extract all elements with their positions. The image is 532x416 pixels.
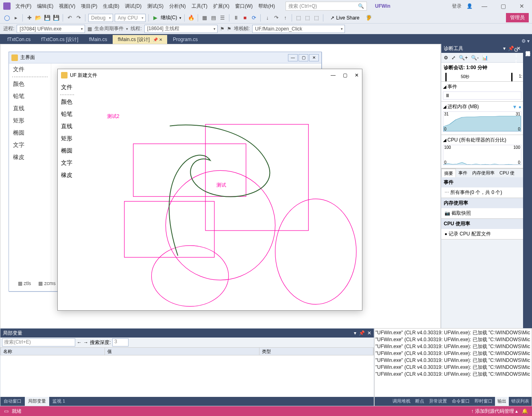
login-link[interactable]: 登录: [452, 3, 462, 10]
mdi-close-button[interactable]: ✕: [309, 54, 319, 61]
source-control-link[interactable]: ↑ 添加到源代码管理 ▴: [471, 408, 518, 415]
diag-timeline[interactable]: 50秒 1:: [441, 73, 523, 82]
bottom-tab[interactable]: 局部变量: [25, 397, 49, 406]
new-icon[interactable]: ✚: [26, 14, 33, 22]
forward-icon[interactable]: ▸: [12, 14, 20, 22]
step-out-icon[interactable]: ↑: [281, 14, 289, 22]
process-combo[interactable]: [37084] UFWin.exe: [17, 25, 85, 33]
maximize-button[interactable]: ▢: [496, 3, 510, 9]
tool-item[interactable]: 铅笔: [9, 90, 51, 102]
tool-item[interactable]: 颜色: [9, 78, 51, 90]
continue-label[interactable]: 继续(C): [161, 14, 177, 21]
redo-icon[interactable]: ↷: [75, 14, 82, 22]
output-tab[interactable]: 即时窗口: [472, 397, 495, 406]
locals-pin-icon[interactable]: 📌: [359, 330, 365, 336]
menu-item[interactable]: 调试(D): [122, 1, 144, 11]
mdi-min-button[interactable]: —: [288, 54, 298, 61]
grid-icon[interactable]: ▤: [210, 14, 217, 22]
save-all-icon[interactable]: 💾: [52, 14, 60, 22]
undo-icon[interactable]: ↶: [66, 14, 73, 22]
search-box[interactable]: 搜索 (Ctrl+Q) 🔍: [286, 2, 367, 11]
col-name[interactable]: 名称: [1, 348, 105, 355]
search-next-icon[interactable]: →: [83, 340, 88, 345]
gear-icon[interactable]: ⚙: [444, 55, 448, 61]
align-right-icon[interactable]: ⬚: [313, 14, 320, 22]
menu-item[interactable]: 编辑(E): [35, 1, 56, 11]
zoom-in-icon[interactable]: 🔍+: [459, 55, 468, 61]
output-tab[interactable]: 断点: [413, 397, 427, 406]
col-type[interactable]: 类型: [259, 348, 373, 355]
menu-item[interactable]: 视图(V): [57, 1, 78, 11]
zoom-out-icon[interactable]: 🔍-: [471, 55, 479, 61]
zcms-component[interactable]: ▦ zcms: [38, 281, 55, 286]
tool-item[interactable]: 直线: [58, 120, 76, 133]
open-icon[interactable]: 📂: [35, 14, 42, 22]
tool-item[interactable]: 椭圆: [9, 127, 51, 139]
document-tab[interactable]: fMain.cs [设计]📌 ✕: [113, 35, 167, 44]
tool-item[interactable]: 直线: [9, 102, 51, 115]
stop-icon[interactable]: ■: [241, 14, 249, 22]
mdi-max-button[interactable]: ▢: [299, 54, 308, 61]
notifications-icon[interactable]: 🔔: [522, 408, 528, 414]
popup-min-button[interactable]: —: [331, 72, 336, 78]
ztls-component[interactable]: ▦ ztls: [18, 281, 31, 286]
close-button[interactable]: ✕: [515, 3, 529, 9]
thread-combo[interactable]: [18604] 主线程: [144, 25, 218, 33]
locals-body[interactable]: [0, 355, 374, 397]
output-tab[interactable]: 异常设置: [427, 397, 449, 406]
pause-icon[interactable]: ⏸: [232, 14, 240, 22]
back-icon[interactable]: ◯: [3, 14, 11, 22]
menu-item[interactable]: 工具(T): [189, 1, 210, 11]
menu-item[interactable]: 文件(F): [13, 1, 34, 11]
minimize-button[interactable]: —: [477, 3, 491, 9]
diag-tab[interactable]: 内存使用率: [470, 169, 497, 177]
flag2-icon[interactable]: ⚑: [227, 26, 231, 32]
menu-item[interactable]: 扩展(X): [211, 1, 232, 11]
document-tab[interactable]: fMain.cs: [84, 35, 112, 44]
drawing-canvas[interactable]: 测试2 测试: [76, 81, 362, 310]
output-tab[interactable]: 命令窗口: [449, 397, 472, 406]
tool-item[interactable]: 文字: [58, 157, 76, 169]
config-combo[interactable]: Debug: [88, 14, 113, 22]
col-value[interactable]: 值: [105, 348, 259, 355]
tool-item[interactable]: 橡皮: [9, 151, 51, 163]
liveshare-icon[interactable]: ↗: [330, 15, 334, 21]
menu-item[interactable]: 分析(N): [167, 1, 188, 11]
depth-combo[interactable]: 3: [112, 338, 129, 346]
popup-menu-file[interactable]: 文件: [58, 81, 76, 94]
tabs-gear-icon[interactable]: ⚙ ▾: [519, 38, 532, 44]
menu-item[interactable]: 帮助(H): [256, 1, 277, 11]
align-left-icon[interactable]: ⬚: [295, 14, 302, 22]
diag-tab[interactable]: 摘要: [441, 169, 456, 177]
output-tab[interactable]: 调用堆栈: [390, 397, 413, 406]
document-tab[interactable]: fTxtCon.cs [设计]: [36, 35, 83, 44]
output-tab[interactable]: 输出: [495, 397, 509, 406]
menu-item[interactable]: 测试(S): [145, 1, 166, 11]
tool-item[interactable]: 文字: [9, 139, 51, 151]
output-tab[interactable]: 错误列表: [509, 397, 532, 406]
align-center-icon[interactable]: ⬚: [304, 14, 311, 22]
tool-item[interactable]: 铅笔: [58, 108, 76, 120]
lifecycle-label[interactable]: 生命周期事件: [94, 25, 124, 32]
diag-dropdown-icon[interactable]: ▾: [503, 46, 506, 51]
pause-events-icon[interactable]: ⏸: [445, 93, 450, 98]
popup-close-button[interactable]: ✕: [355, 72, 359, 78]
popup-max-button[interactable]: ▢: [343, 72, 347, 78]
locals-search-input[interactable]: 搜索(Ctrl+E): [2, 338, 75, 346]
stack-combo[interactable]: UF.fMain.zopen_Click: [252, 25, 345, 33]
lifecycle-icon[interactable]: ▦: [87, 26, 92, 32]
bottom-tab[interactable]: 自动窗口: [0, 397, 25, 406]
expand-icon[interactable]: ⤢: [451, 55, 456, 61]
output-text[interactable]: "UFWin.exe" (CLR v4.0.30319: UFWin.exe):…: [375, 329, 532, 397]
bottom-tab[interactable]: 监视 1: [49, 397, 68, 406]
tool-item[interactable]: 矩形: [58, 133, 76, 145]
diag-tab[interactable]: 事件: [456, 169, 470, 177]
user-icon[interactable]: 👤: [467, 3, 473, 9]
locals-dropdown-icon[interactable]: ▾: [354, 330, 356, 336]
tool-item[interactable]: 颜色: [58, 96, 76, 108]
liveshare-label[interactable]: Live Share: [336, 15, 359, 21]
flag-icon[interactable]: ⚑: [220, 26, 225, 32]
tool-item[interactable]: 椭圆: [58, 145, 76, 157]
layout-icon[interactable]: ▦: [201, 14, 208, 22]
save-icon[interactable]: 💾: [44, 14, 51, 22]
